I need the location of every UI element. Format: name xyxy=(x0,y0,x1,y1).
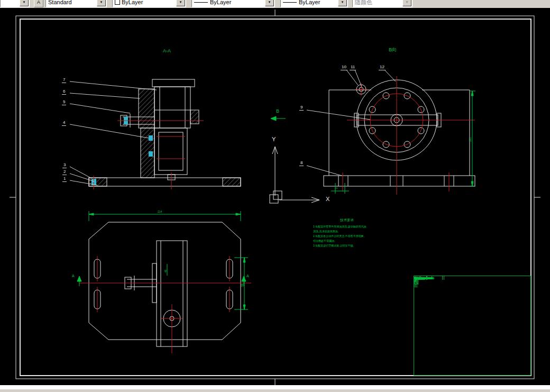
style-combo[interactable]: Standard ▼ xyxy=(45,0,107,7)
view-aa xyxy=(89,79,241,186)
linetype-combo[interactable]: ByLayer ▼ xyxy=(191,0,275,7)
drawing-canvas[interactable]: A-A B向 B Y X A A 7 6 5 4 3 2 1 10 11 12 … xyxy=(0,8,550,385)
layer-combo[interactable]: ByLayer ▼ xyxy=(112,0,186,7)
layer-combo-value: ByLayer xyxy=(122,0,143,5)
dropdown-arrow-icon[interactable]: ▼ xyxy=(97,0,106,6)
view-plan-centerlines xyxy=(79,256,251,353)
drawing-geometry xyxy=(0,8,550,385)
view-plan-dimensions xyxy=(77,211,248,310)
status-bar-strip xyxy=(0,389,550,392)
style-icon[interactable]: A xyxy=(34,0,43,7)
layer-color-swatch-icon xyxy=(115,0,120,5)
view-b-leaders xyxy=(307,70,396,176)
dropdown-arrow-icon: ▼ xyxy=(402,0,411,6)
sheet-frame xyxy=(10,10,540,385)
properties-toolbar: ▼ A Standard ▼ ByLayer ▼ ByLayer ▼ ByLay… xyxy=(0,0,550,8)
view-b xyxy=(324,80,475,186)
lineweight-combo[interactable]: ByLayer ▼ xyxy=(280,0,348,7)
plotstyle-combo: 随颜色 ▼ xyxy=(352,0,412,7)
dropdown-arrow-icon[interactable]: ▼ xyxy=(176,0,185,6)
lineweight-combo-value: ByLayer xyxy=(299,0,320,5)
style-combo-value: Standard xyxy=(48,0,72,5)
plotstyle-combo-value: 随颜色 xyxy=(355,0,372,6)
dropdown-arrow-icon[interactable]: ▼ xyxy=(265,0,274,6)
dropdown-arrow-icon[interactable]: ▼ xyxy=(338,0,347,6)
lineweight-sample-icon xyxy=(283,2,297,3)
cad-application-window: ▼ A Standard ▼ ByLayer ▼ ByLayer ▼ ByLay… xyxy=(0,0,550,392)
dropdown-arrow-icon[interactable]: ▼ xyxy=(20,0,29,6)
ucs-icon xyxy=(270,147,319,203)
linetype-combo-value: ByLayer xyxy=(210,0,231,5)
partial-combo[interactable]: ▼ xyxy=(0,0,30,7)
command-line-strip[interactable] xyxy=(0,385,550,389)
view-plan xyxy=(89,222,241,347)
linetype-sample-icon xyxy=(194,2,208,3)
